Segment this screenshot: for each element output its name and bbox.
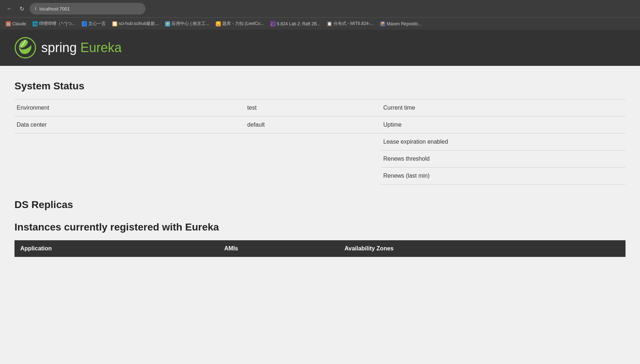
renews-last-min-label: Renews (last min): [381, 168, 611, 185]
back-button[interactable]: ←: [4, 4, 14, 14]
address-bar[interactable]: ℹ localhost:7001: [30, 3, 146, 14]
bookmark-maven[interactable]: 📦 Maven Reposito...: [377, 20, 425, 27]
info-icon: ℹ: [35, 6, 37, 11]
ds-replicas-title: DS Replicas: [14, 199, 626, 211]
datacenter-value: default: [245, 117, 381, 134]
bookmark-scihub-label: sci-hub:scihub最新...: [119, 21, 159, 27]
wenxin-favicon: 🔵: [82, 21, 87, 26]
ds-replicas-section: DS Replicas: [14, 199, 626, 211]
bookmark-wenxin[interactable]: 🔵 文心一言: [79, 20, 109, 28]
table-row: Renews threshold: [381, 151, 626, 168]
application-column-header: Application: [14, 240, 219, 257]
renews-threshold-value: [611, 151, 626, 168]
current-time-value: [611, 100, 626, 117]
status-right-table: Current time Uptime Lease expiration ena…: [381, 99, 626, 185]
bookmark-raft[interactable]: 🎓 6.824 Lab 2: Raft 2B...: [268, 20, 323, 27]
scihub-favicon: 📄: [112, 21, 117, 26]
browser-chrome: ← ↻ ℹ localhost:7001 🤖 Claude 📺 哔哩哔哩（°-°…: [0, 0, 640, 30]
bookmark-claude-label: Claude: [12, 21, 26, 26]
bookmark-yingyong-label: 应用中心 | 南京工...: [172, 21, 209, 27]
spring-logo-icon: [14, 37, 36, 59]
table-row: Data center default: [14, 117, 381, 134]
uptime-value: [611, 117, 626, 134]
table-row: Renews (last min): [381, 168, 626, 185]
bookmark-mit-label: 分布式 - MIT6.824-...: [333, 21, 374, 27]
instances-table-header-row: Application AMIs Availability Zones: [14, 240, 626, 257]
browser-toolbar: ← ↻ ℹ localhost:7001: [0, 0, 640, 17]
logo-eureka-text: Eureka: [80, 40, 122, 55]
bilibili-favicon: 📺: [33, 21, 38, 26]
bookmark-bilibili-label: 哔哩哔哩（°-°)つ...: [39, 21, 75, 27]
bookmark-maven-label: Maven Reposito...: [387, 21, 422, 26]
datacenter-label: Data center: [14, 117, 245, 134]
table-row: Environment test: [14, 100, 381, 117]
lease-expiration-value: [611, 134, 626, 151]
status-left-table: Environment test Data center default: [14, 99, 381, 134]
system-status-section: System Status Environment test Data cent…: [14, 80, 626, 185]
main-content: System Status Environment test Data cent…: [0, 66, 640, 363]
renews-last-min-value: [611, 168, 626, 185]
bookmark-mit[interactable]: 📋 分布式 - MIT6.824-...: [324, 20, 376, 28]
instances-section: Instances currently registered with Eure…: [14, 221, 626, 257]
bookmark-leetcode-label: 题库 - 力扣 (LeetCo...: [222, 21, 264, 27]
eureka-logo: spring Eureka: [14, 37, 122, 59]
instances-title: Instances currently registered with Eure…: [14, 221, 626, 233]
bookmark-leetcode[interactable]: 💡 题库 - 力扣 (LeetCo...: [213, 20, 267, 28]
bookmark-raft-label: 6.824 Lab 2: Raft 2B...: [277, 21, 320, 26]
lease-expiration-label: Lease expiration enabled: [381, 134, 611, 151]
renews-threshold-label: Renews threshold: [381, 151, 611, 168]
leetcode-favicon: 💡: [216, 21, 221, 26]
uptime-label: Uptime: [381, 117, 611, 134]
logo-spring-text: spring: [41, 40, 77, 55]
status-tables-container: Environment test Data center default: [14, 99, 626, 185]
claude-favicon: 🤖: [6, 21, 11, 26]
availability-zones-column-header: Availability Zones: [339, 240, 626, 257]
status-left-panel: Environment test Data center default: [14, 99, 381, 185]
system-status-title: System Status: [14, 80, 626, 92]
table-row: Lease expiration enabled: [381, 134, 626, 151]
raft-favicon: 🎓: [270, 21, 275, 26]
refresh-button[interactable]: ↻: [17, 4, 27, 14]
instances-table: Application AMIs Availability Zones: [14, 240, 626, 257]
bookmark-yingyong[interactable]: ⚡ 应用中心 | 南京工...: [162, 20, 212, 28]
bookmark-claude[interactable]: 🤖 Claude: [3, 20, 29, 27]
bookmark-wenxin-label: 文心一言: [88, 21, 106, 27]
mit-favicon: 📋: [327, 21, 332, 26]
bookmarks-bar: 🤖 Claude 📺 哔哩哔哩（°-°)つ... 🔵 文心一言 📄 sci-hu…: [0, 17, 640, 30]
url-display: localhost:7001: [39, 6, 70, 12]
status-right-panel: Current time Uptime Lease expiration ena…: [381, 99, 626, 185]
yingyong-favicon: ⚡: [165, 21, 170, 26]
table-row: Current time: [381, 100, 626, 117]
bookmark-bilibili[interactable]: 📺 哔哩哔哩（°-°)つ...: [30, 20, 78, 28]
maven-favicon: 📦: [380, 21, 385, 26]
current-time-label: Current time: [381, 100, 611, 117]
bookmark-scihub[interactable]: 📄 sci-hub:scihub最新...: [109, 20, 162, 28]
logo-text: spring Eureka: [41, 40, 122, 55]
table-row: Uptime: [381, 117, 626, 134]
amis-column-header: AMIs: [219, 240, 339, 257]
nav-buttons: ← ↻: [4, 4, 27, 14]
app-header: spring Eureka: [0, 30, 640, 66]
environment-label: Environment: [14, 100, 245, 117]
environment-value: test: [245, 100, 381, 117]
